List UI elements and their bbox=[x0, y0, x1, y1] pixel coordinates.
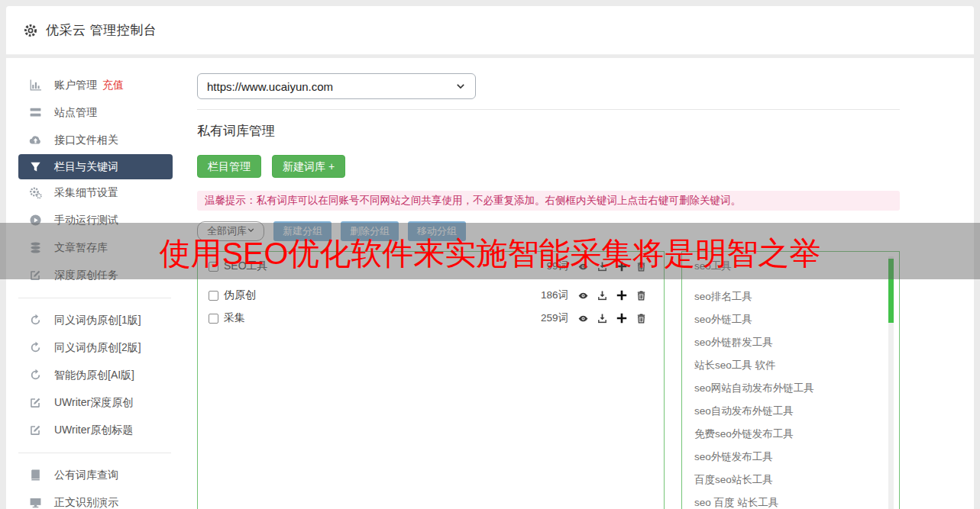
sidebar-item-label: UWriter深度原创 bbox=[54, 396, 133, 410]
sidebar: 账户管理 充值 站点管理 接口文件相关 栏目与关键词 采集细节设置 手动运行测试… bbox=[6, 58, 189, 509]
sidebar-item-label: 同义词伪原创[1版] bbox=[54, 314, 141, 327]
edit-icon bbox=[29, 396, 43, 410]
lexicon-filter-select[interactable]: 全部词库 bbox=[197, 221, 264, 241]
sidebar-item[interactable]: 手动运行测试 bbox=[6, 207, 189, 234]
add-plus-icon[interactable] bbox=[616, 312, 628, 324]
sidebar-item[interactable]: 同义词伪原创[1版] bbox=[6, 307, 189, 334]
refresh-icon bbox=[29, 314, 43, 327]
sidebar-item[interactable]: UWriter原创标题 bbox=[6, 417, 189, 444]
sidebar-item-label: 智能伪原创[AI版] bbox=[54, 369, 134, 382]
new-lexicon-button[interactable]: 新建词库 + bbox=[272, 155, 345, 178]
trash-icon[interactable] bbox=[636, 261, 647, 272]
delete-group-button[interactable]: 删除分组 bbox=[341, 221, 399, 241]
sidebar-item[interactable]: 站点管理 bbox=[6, 99, 189, 127]
sidebar-item[interactable]: 账户管理 充值 bbox=[6, 72, 189, 99]
lexicon-name: 采集 bbox=[224, 311, 541, 325]
sidebar-item-label: 栏目与关键词 bbox=[54, 160, 118, 174]
keyword-panel: seo工具seo排名工具seo外链工具seo外链群发工具站长seo工具 软件se… bbox=[681, 251, 900, 509]
word-count: 259词 bbox=[541, 311, 568, 325]
monitor-icon bbox=[29, 496, 43, 509]
site-select-value: https://www.ucaiyun.com bbox=[207, 80, 455, 93]
keyword-item[interactable]: 百度seo站长工具 bbox=[694, 469, 884, 491]
cloud-upload-icon bbox=[29, 134, 43, 147]
sidebar-item[interactable]: 采集细节设置 bbox=[6, 179, 189, 207]
sidebar-item-label: 同义词伪原创[2版] bbox=[54, 341, 141, 355]
download-icon[interactable] bbox=[597, 290, 608, 301]
scrollbar-thumb[interactable] bbox=[888, 259, 894, 323]
column-manage-button[interactable]: 栏目管理 bbox=[197, 155, 261, 178]
keyword-list: seo工具seo排名工具seo外链工具seo外链群发工具站长seo工具 软件se… bbox=[694, 255, 884, 509]
lexicon-checkbox[interactable] bbox=[209, 262, 218, 272]
app-body: 账户管理 充值 站点管理 接口文件相关 栏目与关键词 采集细节设置 手动运行测试… bbox=[6, 58, 974, 509]
sidebar-item-label: UWriter原创标题 bbox=[54, 424, 133, 437]
keyword-item[interactable]: seo外链群发工具 bbox=[694, 331, 884, 354]
keyword-item[interactable]: seo外链发布工具 bbox=[694, 446, 884, 469]
sidebar-item-label: 采集细节设置 bbox=[54, 186, 118, 200]
move-group-button[interactable]: 移动分组 bbox=[408, 221, 466, 241]
refresh-icon bbox=[29, 341, 43, 355]
app-title: 优采云 管理控制台 bbox=[46, 21, 157, 39]
lexicon-name: 伪原创 bbox=[224, 288, 541, 302]
sidebar-item[interactable]: UWriter深度原创 bbox=[6, 389, 189, 417]
keyword-item[interactable]: 免费seo外链发布工具 bbox=[694, 423, 884, 446]
keyword-item[interactable]: seo排名工具 bbox=[694, 285, 884, 308]
play-circle-icon bbox=[29, 214, 43, 227]
sidebar-item[interactable]: 同义词伪原创[2版] bbox=[6, 334, 189, 362]
sidebar-item[interactable]: 文章暂存库 bbox=[6, 234, 189, 262]
refresh-icon bbox=[29, 369, 43, 382]
filter-icon bbox=[29, 160, 43, 174]
lexicon-row: 采集 259词 bbox=[209, 307, 647, 330]
app-header: 优采云 管理控制台 bbox=[6, 6, 974, 55]
download-icon[interactable] bbox=[597, 261, 608, 272]
gears-icon bbox=[29, 186, 43, 200]
download-icon[interactable] bbox=[597, 313, 608, 324]
view-eye-icon[interactable] bbox=[577, 261, 589, 272]
database-icon bbox=[29, 241, 43, 255]
keyword-item[interactable]: seo工具 bbox=[694, 255, 884, 278]
edit-icon bbox=[29, 269, 43, 282]
keyword-item[interactable]: seo外链工具 bbox=[694, 308, 884, 331]
sidebar-item-label: 深度原创任务 bbox=[54, 269, 118, 282]
bar-chart-icon bbox=[29, 79, 43, 92]
view-eye-icon[interactable] bbox=[577, 313, 589, 324]
new-group-button[interactable]: 新建分组 bbox=[273, 221, 332, 241]
lexicon-row: SEO工具 99词 bbox=[209, 255, 647, 278]
keyword-item[interactable]: seo网站自动发布外链工具 bbox=[694, 377, 884, 400]
keyword-scrollbar bbox=[888, 256, 894, 509]
sidebar-item-label: 接口文件相关 bbox=[54, 134, 118, 147]
book-icon bbox=[29, 469, 43, 482]
add-plus-icon[interactable] bbox=[616, 289, 628, 301]
sidebar-item[interactable]: 智能伪原创[AI版] bbox=[6, 362, 189, 389]
lexicon-name: SEO工具 bbox=[224, 259, 546, 273]
list-icon bbox=[29, 106, 43, 120]
word-count: 186词 bbox=[541, 288, 568, 302]
keyword-item[interactable]: seo 百度 站长工具 bbox=[694, 491, 884, 509]
trash-icon[interactable] bbox=[636, 313, 647, 324]
keyword-item[interactable]: seo自动发布外链工具 bbox=[694, 400, 884, 423]
sidebar-item-label: 文章暂存库 bbox=[54, 241, 108, 255]
recharge-badge[interactable]: 充值 bbox=[102, 79, 124, 92]
sidebar-item-label: 账户管理 bbox=[54, 79, 97, 92]
sidebar-item[interactable]: 接口文件相关 bbox=[6, 127, 189, 154]
site-select[interactable]: https://www.ucaiyun.com bbox=[197, 73, 476, 99]
gear-icon bbox=[23, 23, 38, 38]
sidebar-item[interactable]: 正文识别演示 bbox=[6, 489, 189, 509]
lexicon-checkbox[interactable] bbox=[209, 291, 218, 301]
panels-row: SEO工具 99词 伪原创 186词 采集 259词 bbox=[197, 251, 900, 509]
lexicon-filter-value: 全部词库 bbox=[207, 224, 247, 238]
sidebar-item-label: 站点管理 bbox=[54, 106, 97, 120]
add-plus-icon[interactable] bbox=[616, 260, 628, 272]
sidebar-item[interactable]: 栏目与关键词 bbox=[18, 154, 173, 179]
group-toolbar: 全部词库 新建分组 删除分组 移动分组 bbox=[197, 221, 900, 241]
button-row: 栏目管理 新建词库 + bbox=[197, 155, 900, 178]
lexicon-panel: SEO工具 99词 伪原创 186词 采集 259词 bbox=[197, 251, 665, 509]
sidebar-item[interactable]: 公有词库查询 bbox=[6, 462, 189, 489]
app-page: 优采云 管理控制台 账户管理 充值 站点管理 接口文件相关 栏目与关键词 采集细… bbox=[0, 0, 980, 509]
keyword-item[interactable]: 站长seo工具 软件 bbox=[694, 354, 884, 377]
view-eye-icon[interactable] bbox=[577, 290, 589, 301]
lexicon-checkbox[interactable] bbox=[209, 314, 218, 324]
sidebar-item[interactable]: 深度原创任务 bbox=[6, 262, 189, 289]
trash-icon[interactable] bbox=[636, 290, 647, 301]
chevron-down-icon bbox=[455, 81, 466, 92]
divider bbox=[197, 109, 900, 110]
